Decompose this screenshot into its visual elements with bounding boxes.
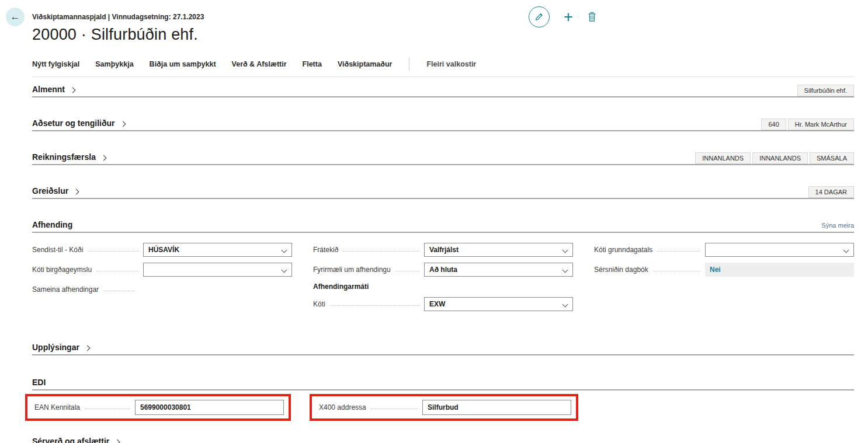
field-sendist-til-kodi: Sendist-til - Kóði HÚSAVÍK xyxy=(32,243,292,257)
trash-icon xyxy=(587,12,597,22)
fasttab-afhending: Afhending Sýna meira Sendist-til - Kóði … xyxy=(32,220,854,317)
fasttab-reikningsfaersla-header[interactable]: Reikningsfærsla INNANLANDS INNANLANDS SM… xyxy=(32,152,854,165)
summary-badge: SMÁSALA xyxy=(810,152,854,164)
fasttab-serverd-header[interactable]: Sérverð og afslættir xyxy=(32,437,854,443)
fasttab-serverd: Sérverð og afslættir xyxy=(32,437,854,443)
chevron-right-icon xyxy=(70,88,76,93)
fratekid-combobox[interactable]: Valfrjálst xyxy=(424,243,573,257)
card-toolbar: + xyxy=(529,6,597,27)
fasttab-almennt-title[interactable]: Almennt xyxy=(32,85,75,94)
fasttab-greidslur: Greiðslur 14 DAGAR xyxy=(32,186,854,199)
afhending-body: Sendist-til - Kóði HÚSAVÍK Kóti birgðage… xyxy=(32,243,854,317)
action-fletta[interactable]: Fletta xyxy=(303,60,322,68)
summary-badge: Silfurbúðin ehf. xyxy=(797,85,854,96)
ean-kennitala-input[interactable]: 5699000030801 xyxy=(135,400,284,415)
ean-kennitala-highlight-box: EAN Kennitala 5699000030801 xyxy=(25,394,291,421)
action-samthykkja[interactable]: Samþykkja xyxy=(95,60,133,68)
chevron-down-icon xyxy=(563,267,568,273)
dotted-leader xyxy=(330,305,419,306)
action-verd-afslaettir[interactable]: Verð & Afslættir xyxy=(232,60,287,68)
action-vidskiptamadur[interactable]: Viðskiptamaður xyxy=(338,60,393,68)
fasttab-reikningsfaersla-title[interactable]: Reikningsfærsla xyxy=(32,152,106,162)
dotted-leader xyxy=(371,409,418,409)
show-more-link[interactable]: Sýna meira xyxy=(821,222,854,229)
dotted-leader xyxy=(395,271,419,271)
edit-button[interactable] xyxy=(529,6,550,27)
chevron-down-icon xyxy=(282,247,287,253)
customer-card-page: ← Viðskiptamannaspjald | Vinnudagsetning… xyxy=(0,0,868,443)
sersnidin-dagbok-value: Nei xyxy=(705,263,854,277)
dotted-leader xyxy=(343,251,419,252)
chevron-down-icon xyxy=(843,247,849,253)
dotted-leader xyxy=(657,251,700,252)
sendist-til-kodi-combobox[interactable]: HÚSAVÍK xyxy=(143,243,292,257)
card-content: Almennt Silfurbúðin ehf. Aðsetur og teng… xyxy=(32,71,854,443)
fasttab-edi-header[interactable]: EDI xyxy=(32,378,854,390)
koti-grunndagatals-combobox[interactable] xyxy=(705,243,854,257)
chevron-down-icon xyxy=(563,302,568,308)
fasttab-adsetur: Aðsetur og tengiliður 640 Hr. Mark McArt… xyxy=(32,118,854,131)
afhending-col-right: Kóti grunndagatals Sérsniðin dagbók Nei xyxy=(594,243,854,317)
new-button[interactable]: + xyxy=(564,9,573,25)
fasttab-afhending-title[interactable]: Afhending xyxy=(32,220,72,229)
field-sameina-afhendingar: Sameina afhendingar xyxy=(32,282,292,297)
koti-birgdageymslu-combobox[interactable] xyxy=(143,263,292,277)
dotted-leader xyxy=(96,271,138,271)
summary-badge: INNANLANDS xyxy=(695,152,751,164)
afhendingarmati-group-label: Afhendingarmáti xyxy=(313,282,573,291)
action-bar-divider xyxy=(409,58,409,71)
field-koti-grunndagatals: Kóti grunndagatals xyxy=(594,243,854,257)
summary-badge: 14 DAGAR xyxy=(808,186,854,198)
afhending-col-left: Sendist-til - Kóði HÚSAVÍK Kóti birgðage… xyxy=(32,243,292,317)
fasttab-greidslur-title[interactable]: Greiðslur xyxy=(32,186,78,196)
dotted-leader xyxy=(85,409,130,409)
fasttab-greidslur-header[interactable]: Greiðslur 14 DAGAR xyxy=(32,186,854,199)
koti-combobox[interactable]: EXW xyxy=(424,297,573,311)
edi-body: EAN Kennitala 5699000030801 X400 address… xyxy=(32,394,854,421)
chevron-right-icon xyxy=(84,346,90,351)
fasttab-afhending-header[interactable]: Afhending Sýna meira xyxy=(32,220,854,233)
summary-badge: INNANLANDS xyxy=(752,152,808,164)
field-fratekid: Frátekið Valfrjálst xyxy=(313,243,573,257)
fasttab-adsetur-badges: 640 Hr. Mark McArthur xyxy=(759,118,854,130)
fasttab-adsetur-title[interactable]: Aðsetur og tengiliður xyxy=(32,118,125,128)
field-fyrirmaeli-um-afhendingu: Fyrirmæli um afhendingu Að hluta xyxy=(313,263,573,277)
fasttab-upplysingar: Upplýsingar xyxy=(32,343,854,355)
back-arrow-icon: ← xyxy=(11,11,20,23)
chevron-right-icon xyxy=(74,189,79,195)
fasttab-upplysingar-header[interactable]: Upplýsingar xyxy=(32,343,854,355)
fasttab-almennt-header[interactable]: Almennt Silfurbúðin ehf. xyxy=(32,85,854,97)
field-koti-birgdageymslu: Kóti birgðageymslu xyxy=(32,263,292,277)
fasttab-serverd-title[interactable]: Sérverð og afslættir xyxy=(32,437,119,443)
chevron-right-icon xyxy=(114,439,120,443)
fasttab-reikningsfaersla: Reikningsfærsla INNANLANDS INNANLANDS SM… xyxy=(32,152,854,165)
fasttab-greidslur-badges: 14 DAGAR xyxy=(807,186,854,198)
summary-badge: 640 xyxy=(761,118,786,130)
fyrirmaeli-combobox[interactable]: Að hluta xyxy=(424,263,573,277)
chevron-down-icon xyxy=(563,247,568,253)
fasttab-reikningsfaersla-badges: INNANLANDS INNANLANDS SMÁSALA xyxy=(693,152,854,164)
x400-addressa-highlight-box: X400 addressa Silfurbud xyxy=(310,394,578,421)
fasttab-almennt: Almennt Silfurbúðin ehf. xyxy=(32,85,854,97)
action-bidja-um-samthykkt[interactable]: Biðja um samþykkt xyxy=(150,60,216,68)
edit-pencil-icon xyxy=(534,12,544,22)
fasttab-edi-title[interactable]: EDI xyxy=(32,378,46,387)
dotted-leader xyxy=(653,271,700,271)
action-more-options[interactable]: Fleiri valkostir xyxy=(426,60,476,68)
page-title: 20000 · Silfurbúðin ehf. xyxy=(32,26,198,44)
chevron-down-icon xyxy=(282,267,287,273)
field-koti: Kóti EXW xyxy=(313,297,573,311)
x400-addressa-input[interactable]: Silfurbud xyxy=(422,400,571,415)
fasttab-adsetur-header[interactable]: Aðsetur og tengiliður 640 Hr. Mark McArt… xyxy=(32,118,854,131)
dotted-leader xyxy=(88,251,138,252)
toggle-knob xyxy=(133,291,142,300)
back-button[interactable]: ← xyxy=(6,8,25,26)
chevron-right-icon xyxy=(120,121,126,127)
action-nytt-fylgiskjal[interactable]: Nýtt fylgiskjal xyxy=(32,60,79,68)
afhending-col-middle: Frátekið Valfrjálst Fyrirmæli um afhendi… xyxy=(313,243,573,317)
fasttab-upplysingar-title[interactable]: Upplýsingar xyxy=(32,343,89,352)
summary-badge: Hr. Mark McArthur xyxy=(788,118,854,130)
delete-button[interactable] xyxy=(587,12,597,22)
chevron-right-icon xyxy=(100,155,106,161)
plus-icon: + xyxy=(564,8,573,26)
